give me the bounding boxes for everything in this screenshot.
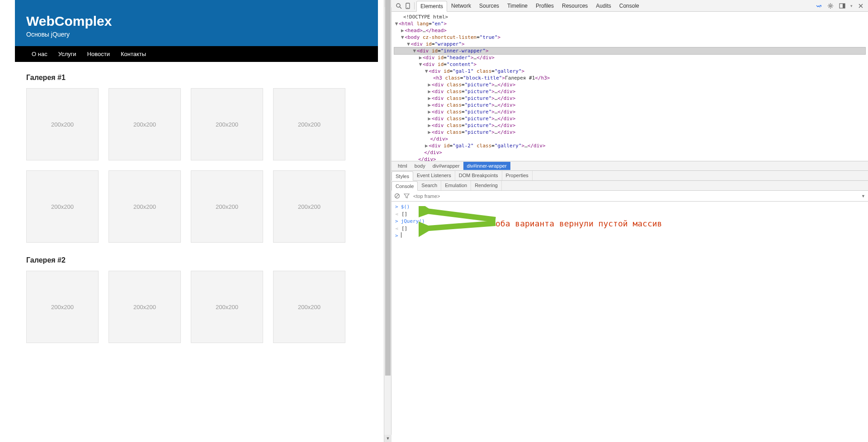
gallery-1: 200x200200x200200x200200x200200x200200x2… [26,88,367,243]
toolbar-separator [414,2,415,9]
gallery-picture: 200x200 [26,271,99,343]
console-cmd-2: jQuery() [401,218,425,225]
gallery-2: 200x200200x200200x200200x200 [26,271,367,343]
crumb-html[interactable]: html [394,162,411,170]
devtools-main-tabs: Elements Network Sources Timeline Profil… [416,0,643,11]
nav-item-news[interactable]: Новости [82,46,115,62]
crumb-body[interactable]: body [411,162,429,170]
device-mode-icon[interactable] [403,1,412,10]
page-content: Галерея #1 200x200200x200200x200200x2002… [15,62,378,368]
clear-console-icon[interactable] [394,193,400,199]
gallery-picture: 200x200 [273,170,345,243]
console-cursor[interactable] [401,232,401,238]
svg-line-8 [396,194,399,197]
page-title: WebComplex [26,14,367,29]
nav-item-about[interactable]: О нас [26,46,53,62]
console-res-1: [] [401,211,407,218]
nav-item-contacts[interactable]: Контакты [115,46,151,62]
console-toolbar: <top frame> ▼ [392,191,868,202]
crumb-wrapper[interactable]: div#wrapper [429,162,463,170]
drawer-tab-rendering[interactable]: Rendering [471,181,502,190]
elements-breadcrumb: html body div#wrapper div#inner-wrapper [392,161,868,171]
svg-point-4 [830,5,831,7]
page-header: WebComplex Основы jQuery [15,0,378,46]
tab-network[interactable]: Network [447,0,475,11]
crumb-inner-wrapper[interactable]: div#inner-wrapper [463,162,510,170]
subtab-properties[interactable]: Properties [502,171,533,180]
tab-audits[interactable]: Audits [592,0,615,11]
tab-elements[interactable]: Elements [416,1,447,12]
page-wrapper: WebComplex Основы jQuery О нас Услуги Но… [15,0,378,368]
styles-tabs: Styles Event Listeners DOM Breakpoints P… [392,171,868,181]
gallery-1-title: Галерея #1 [26,74,367,82]
gallery-picture: 200x200 [26,170,99,243]
drawer-toggle-icon[interactable] [814,1,823,10]
gallery-picture: 200x200 [191,170,263,243]
svg-point-3 [407,7,408,8]
page-scrollbar[interactable]: ▲ ▼ [384,0,391,442]
devtools-panel: Elements Network Sources Timeline Profil… [391,0,868,442]
scroll-thumb[interactable] [385,0,391,376]
gallery-picture: 200x200 [273,271,345,343]
subtab-dom-breakpoints[interactable]: DOM Breakpoints [455,171,502,180]
tab-timeline[interactable]: Timeline [503,0,532,11]
console-body[interactable]: >$() ⋖[] >jQuery() ⋖[] > оба варианта ве… [392,202,868,442]
inspect-icon[interactable] [394,1,403,10]
tab-console[interactable]: Console [615,0,643,11]
settings-gear-icon[interactable] [826,1,835,10]
drawer-tab-emulation[interactable]: Emulation [441,181,471,190]
gallery-picture: 200x200 [108,271,181,343]
tab-sources[interactable]: Sources [475,0,503,11]
gallery-picture: 200x200 [191,271,263,343]
drawer-tabs: Console Search Emulation Rendering [392,181,868,191]
console-res-2: [] [401,225,407,232]
page-subtitle: Основы jQuery [26,31,367,38]
svg-rect-6 [843,4,845,8]
gallery-picture: 200x200 [273,88,345,160]
gallery-picture: 200x200 [26,88,99,160]
frame-dropdown-chevron[interactable]: ▼ [861,194,865,198]
console-frame-selector[interactable]: <top frame> [413,193,440,199]
dom-doctype: <!DOCTYPE html> [403,14,448,20]
gallery-picture: 200x200 [108,170,181,243]
elements-dom-tree[interactable]: <!DOCTYPE html> ▼<html lang="en"> ▶<head… [392,12,868,161]
tab-resources[interactable]: Resources [558,0,592,11]
gallery-picture: 200x200 [191,88,263,160]
dock-side-icon[interactable] [838,1,847,10]
gallery-picture: 200x200 [108,88,181,160]
subtab-event-listeners[interactable]: Event Listeners [413,171,455,180]
dom-selected-node[interactable]: ▼<div id="inner-wrapper"> [394,47,865,54]
svg-line-1 [400,7,401,9]
page-nav: О нас Услуги Новости Контакты [15,46,378,62]
filter-icon[interactable] [404,193,410,199]
svg-point-0 [396,4,400,7]
tab-profiles[interactable]: Profiles [532,0,558,11]
subtab-styles[interactable]: Styles [392,171,413,181]
drawer-tab-search[interactable]: Search [418,181,441,190]
webpage-viewport: WebComplex Основы jQuery О нас Услуги Но… [0,0,384,442]
scroll-down-arrow[interactable]: ▼ [384,435,392,442]
close-devtools-icon[interactable] [856,1,865,10]
gallery-2-title: Галерея #2 [26,256,367,264]
drawer-tab-console[interactable]: Console [392,181,418,191]
nav-item-services[interactable]: Услуги [53,46,82,62]
devtools-toolbar: Elements Network Sources Timeline Profil… [392,0,868,12]
console-cmd-1: $() [401,203,410,211]
dock-menu-chevron[interactable]: ▾ [849,4,854,8]
